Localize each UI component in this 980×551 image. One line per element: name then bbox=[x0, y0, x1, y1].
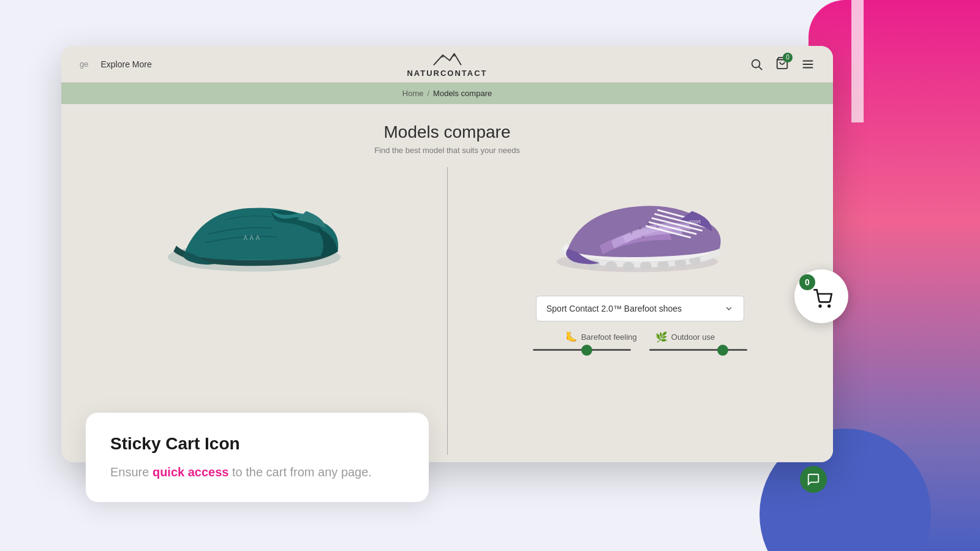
breadcrumb-current: Models compare bbox=[433, 89, 492, 98]
breadcrumb-separator: / bbox=[427, 89, 429, 98]
shoe-image-left: ∧∧∧ bbox=[86, 167, 423, 290]
menu-icon[interactable] bbox=[801, 58, 815, 71]
cart-badge: 0 bbox=[783, 53, 793, 62]
page-title: Models compare bbox=[61, 122, 833, 142]
navbar-left: ge Explore More bbox=[80, 59, 152, 69]
products-area: ∧∧∧ bbox=[61, 167, 833, 455]
explore-more-link[interactable]: Explore More bbox=[100, 59, 151, 69]
svg-point-14 bbox=[657, 260, 669, 269]
outdoor-icon: 🌿 bbox=[655, 331, 668, 343]
nav-cart-button[interactable]: 0 bbox=[775, 56, 789, 72]
brand-name: NATURCONTACT bbox=[407, 69, 487, 78]
svg-text:sport: sport bbox=[689, 219, 701, 225]
slider-thumb bbox=[581, 345, 592, 356]
svg-point-20 bbox=[630, 232, 633, 234]
vertical-divider bbox=[447, 167, 448, 455]
sticky-cart-container: 0 bbox=[794, 269, 848, 323]
logo-mountain-svg bbox=[429, 50, 466, 69]
popup-text-before: Ensure bbox=[110, 465, 153, 479]
svg-point-13 bbox=[640, 261, 652, 271]
slider-right-1[interactable] bbox=[533, 349, 631, 351]
svg-point-12 bbox=[623, 262, 635, 271]
page-subtitle: Find the best model that suits your need… bbox=[61, 146, 833, 155]
slider-thumb bbox=[717, 345, 728, 356]
navbar: ge Explore More NATURCONTACT bbox=[61, 46, 833, 83]
breadcrumb-bar: Home / Models compare bbox=[61, 83, 833, 104]
svg-point-0 bbox=[752, 59, 760, 67]
slider-right-2[interactable] bbox=[649, 349, 747, 351]
navbar-right: 0 bbox=[750, 56, 815, 72]
navbar-logo: NATURCONTACT bbox=[407, 50, 487, 78]
feature-outdoor: 🌿 Outdoor use bbox=[655, 331, 715, 343]
barefoot-icon: 🦶 bbox=[565, 331, 578, 343]
search-icon[interactable] bbox=[750, 58, 763, 71]
bg-white-stripe bbox=[851, 0, 864, 122]
slider-track bbox=[649, 349, 747, 351]
svg-point-17 bbox=[639, 227, 641, 230]
barefoot-label: Barefoot feeling bbox=[581, 332, 637, 342]
popup-highlight: quick access bbox=[153, 465, 229, 479]
teal-shoe-svg: ∧∧∧ bbox=[156, 173, 352, 283]
product-col-left: ∧∧∧ bbox=[61, 167, 447, 455]
features-row-right: 🦶 Barefoot feeling 🌿 Outdoor use bbox=[565, 331, 715, 343]
chevron-down-icon bbox=[724, 304, 734, 313]
chat-icon bbox=[807, 473, 820, 486]
shoe-image-right: sport bbox=[472, 167, 809, 290]
outdoor-label: Outdoor use bbox=[671, 332, 715, 342]
product-selector-right[interactable]: Sport Contact 2.0™ Barefoot shoes bbox=[536, 296, 744, 321]
nav-prev-label: ge bbox=[80, 59, 88, 69]
sliders-right bbox=[472, 349, 809, 351]
sticky-cart-badge: 0 bbox=[799, 274, 815, 290]
svg-line-1 bbox=[759, 67, 762, 70]
browser-window: ge Explore More NATURCONTACT bbox=[61, 46, 833, 462]
popup-card: Sticky Cart Icon Ensure quick access to … bbox=[86, 413, 429, 502]
sticky-cart-button[interactable]: 0 bbox=[794, 269, 848, 323]
svg-text:∧∧∧: ∧∧∧ bbox=[243, 233, 261, 242]
product-col-right: sport Sport Contact 2.0™ Barefoot shoes bbox=[447, 167, 833, 455]
selector-value: Sport Contact 2.0™ Barefoot shoes bbox=[546, 304, 682, 313]
breadcrumb-home[interactable]: Home bbox=[402, 89, 424, 98]
chat-button[interactable] bbox=[800, 466, 827, 493]
popup-title: Sticky Cart Icon bbox=[110, 434, 404, 454]
purple-shoe-svg: sport bbox=[542, 173, 738, 283]
slider-track bbox=[533, 349, 631, 351]
popup-text-after: to the cart from any page. bbox=[228, 465, 371, 479]
svg-point-11 bbox=[606, 261, 617, 271]
page-title-section: Models compare Find the best model that … bbox=[61, 104, 833, 167]
feature-barefoot: 🦶 Barefoot feeling bbox=[565, 331, 637, 343]
main-content: Models compare Find the best model that … bbox=[61, 104, 833, 459]
popup-text: Ensure quick access to the cart from any… bbox=[110, 463, 404, 481]
svg-point-21 bbox=[642, 236, 644, 238]
sticky-cart-icon bbox=[813, 289, 832, 309]
